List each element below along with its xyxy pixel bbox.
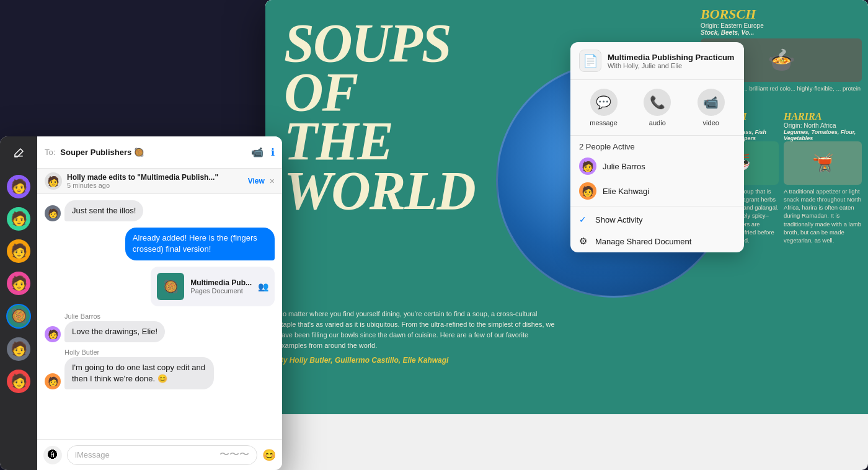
sidebar-avatar-4[interactable]: 🧑 (7, 272, 30, 295)
avatar: 🧑 (45, 326, 61, 342)
notification-view-button[interactable]: View (248, 177, 265, 185)
sidebar-avatar-active-ring: 🥘 (6, 304, 31, 329)
list-item: Love the drawings, Elie! (64, 321, 165, 342)
collab-actions: 💬 message 📞 audio 📹 video (570, 80, 744, 136)
checkmark-icon: ✓ (579, 215, 590, 224)
message-group-holly: Holly Butler 🧑 I'm going to do one last … (45, 348, 275, 389)
soup-harira: HARIRA Origin: North Africa Legumes, Tom… (784, 111, 862, 245)
sidebar-avatar-3[interactable]: 🧑 (7, 239, 30, 263)
audio-waveform-icon: 〜〜〜 (219, 448, 249, 461)
harira-bowl-image: 🫕 (784, 141, 862, 185)
collab-header: 📄 Multimedia Publishing Practicum With H… (570, 42, 744, 80)
doc-card-collab-icon: 👥 (258, 282, 268, 291)
video-icon: 📹 (698, 89, 725, 116)
collab-audio-button[interactable]: 📞 audio (644, 89, 671, 126)
manage-shared-item[interactable]: ⚙ Manage Shared Document (570, 230, 744, 252)
doc-card-info: Multimedia Pub... Pages Document (190, 278, 252, 295)
collab-video-button[interactable]: 📹 video (698, 89, 725, 126)
messages-list: 🧑 Just sent the illos! Already added! He… (37, 194, 282, 439)
list-item: I'm going to do one last copy edit and t… (64, 357, 214, 389)
message-group-julie: Julie Barros 🧑 Love the drawings, Elie! (45, 313, 275, 342)
emoji-button[interactable]: 😊 (262, 448, 276, 462)
gear-icon: ⚙ (579, 236, 590, 247)
notification-text: Holly made edits to "Multimedia Publish.… (67, 173, 243, 189)
message-input-field[interactable]: iMessage 〜〜〜 (67, 445, 257, 465)
collab-person-elie: 🧑 Elie Kahwagi (570, 179, 744, 203)
sidebar-avatar-7[interactable]: 🧑 (7, 370, 30, 393)
sidebar-avatar-1[interactable]: 🧑 (7, 175, 30, 198)
collaborate-popover: 📄 Multimedia Publishing Practicum With H… (570, 42, 744, 252)
collab-people-count: 2 People Active (570, 136, 744, 154)
doc-card-thumbnail: 🥘 (157, 273, 184, 300)
elie-avatar: 🧑 (579, 182, 596, 200)
pages-canvas: SOUPS OF THE WORLD 🌍 🍲 No matter where y… (265, 0, 868, 414)
pages-window: 📄 Multimedia Publishing Practicum ⊞ View… (265, 0, 868, 470)
table-row: 🧑 I'm going to do one last copy edit and… (45, 357, 275, 389)
sidebar-avatar-active[interactable]: 🥘 (7, 305, 30, 327)
table-row: 🧑 Just sent the illos! (45, 200, 275, 221)
sidebar-avatar-6[interactable]: 🧑 (7, 337, 30, 361)
message-input-bar: 🅐 iMessage 〜〜〜 😊 (37, 439, 282, 470)
sidebar-avatar-2[interactable]: 🧑 (7, 207, 30, 231)
audio-icon: 📞 (644, 89, 671, 116)
video-call-icon[interactable]: 📹 (251, 146, 264, 158)
messages-main: To: Souper Publishers 🥘 📹 ℹ 🧑 Holly made… (37, 136, 282, 470)
table-row: Already added! Here is the (fingers cros… (45, 228, 275, 260)
table-row: 🥘 Multimedia Pub... Pages Document 👥 (45, 267, 275, 306)
notification-banner: 🧑 Holly made edits to "Multimedia Publis… (37, 169, 282, 194)
messages-window: 🧑 🧑 🧑 🧑 🥘 🧑 🧑 To: Souper Publishers 🥘 📹 … (0, 136, 282, 470)
header-icons: 📹 ℹ (251, 146, 275, 158)
compose-button[interactable] (8, 143, 29, 164)
julie-avatar: 🧑 (579, 157, 596, 175)
collab-doc-icon: 📄 (579, 50, 601, 72)
app-store-button[interactable]: 🅐 (43, 446, 62, 464)
messages-sidebar: 🧑 🧑 🧑 🧑 🥘 🧑 🧑 (0, 136, 37, 470)
collab-divider (570, 206, 744, 206)
shared-doc-card[interactable]: 🥘 Multimedia Pub... Pages Document 👥 (151, 267, 275, 306)
collab-person-julie: 🧑 Julie Barros (570, 154, 744, 179)
body-text-area: No matter where you find yourself dining… (278, 309, 557, 365)
list-item: Already added! Here is the (fingers cros… (125, 228, 275, 260)
avatar: 🧑 (45, 205, 61, 221)
avatar: 🧑 (45, 373, 61, 389)
message-icon: 💬 (590, 89, 618, 116)
notification-close-button[interactable]: × (270, 176, 275, 186)
collab-message-button[interactable]: 💬 message (590, 89, 618, 126)
messages-header: To: Souper Publishers 🥘 📹 ℹ (37, 136, 282, 169)
list-item: Just sent the illos! (64, 200, 143, 221)
collab-doc-info: Multimedia Publishing Practicum With Hol… (608, 53, 735, 69)
notification-avatar: 🧑 (45, 172, 62, 190)
soups-main-title: SOUPS OF THE WORLD (284, 19, 475, 215)
info-icon[interactable]: ℹ (271, 146, 275, 158)
table-row: 🧑 Love the drawings, Elie! (45, 321, 275, 342)
show-activity-item[interactable]: ✓ Show Activity (570, 209, 744, 230)
